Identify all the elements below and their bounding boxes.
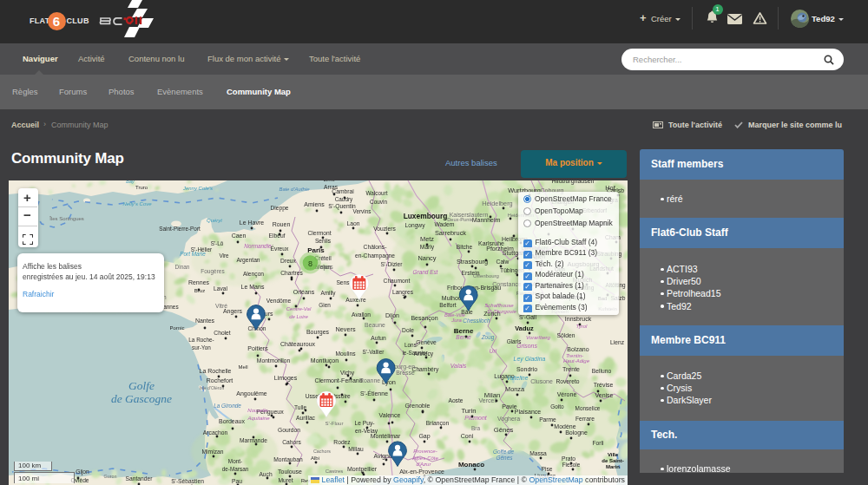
svg-text:Briançon: Briançon <box>426 420 450 427</box>
svg-text:Goito: Goito <box>550 403 564 410</box>
svg-text:Belfort: Belfort <box>439 302 456 308</box>
svg-text:Centre-Val: Centre-Val <box>286 306 312 311</box>
svg-text:Pau: Pau <box>232 478 242 484</box>
svg-text:S'-Thurgovie: S'-Thurgovie <box>487 309 516 314</box>
svg-text:La Roche-: La Roche- <box>188 337 214 343</box>
svg-text:Verceil: Verceil <box>478 397 496 403</box>
svg-text:de Gascogne: de Gascogne <box>111 392 172 405</box>
svg-text:Guron: Guron <box>104 474 117 479</box>
svg-text:Longwy: Longwy <box>404 222 425 229</box>
svg-text:Sölden: Sölden <box>557 332 575 338</box>
svg-text:Bruz: Bruz <box>194 288 205 293</box>
svg-text:Rodez: Rodez <box>333 439 351 445</box>
svg-text:Roanne: Roanne <box>359 377 380 383</box>
svg-text:Valteline: Valteline <box>507 375 529 381</box>
svg-text:Gap: Gap <box>418 433 430 440</box>
svg-text:Mont-: Mont- <box>228 458 242 464</box>
svg-text:Laval: Laval <box>214 285 228 292</box>
svg-text:Gourdon: Gourdon <box>278 427 300 433</box>
svg-text:Orléans: Orléans <box>293 289 315 295</box>
svg-text:S'-Flour: S'-Flour <box>326 421 344 426</box>
svg-text:Besançon: Besançon <box>411 315 437 322</box>
svg-text:Vendôme: Vendôme <box>266 298 292 304</box>
svg-text:Rochefort: Rochefort <box>207 377 233 383</box>
svg-text:Heidelberg: Heidelberg <box>482 200 512 207</box>
svg-text:Schaffhouse: Schaffhouse <box>484 303 514 308</box>
svg-text:Bolzano: Bolzano <box>567 346 589 352</box>
svg-text:Angoulême: Angoulême <box>236 390 267 397</box>
svg-text:Albi: Albi <box>311 456 319 461</box>
svg-text:Mimizan: Mimizan <box>202 449 224 455</box>
svg-text:Autun: Autun <box>371 335 386 341</box>
svg-text:Monaco: Monaco <box>458 461 484 469</box>
svg-text:Dreux: Dreux <box>280 258 296 264</box>
svg-text:Alpes-Côte: Alpes-Côte <box>411 456 438 461</box>
svg-text:Grenoble: Grenoble <box>405 403 431 409</box>
svg-text:S'-Lô: S'-Lô <box>211 240 224 246</box>
svg-text:Dijon: Dijon <box>385 312 399 319</box>
svg-text:Strasbourg: Strasbourg <box>457 258 488 265</box>
svg-text:Trévise: Trévise <box>594 382 614 388</box>
svg-text:Baie d'Authie: Baie d'Authie <box>279 187 310 192</box>
svg-text:Elbeuf: Elbeuf <box>269 233 286 239</box>
svg-text:Forli: Forli <box>592 440 604 446</box>
svg-text:Isle d'Oléron: Isle d'Oléron <box>200 385 225 390</box>
svg-text:Dole: Dole <box>402 327 414 333</box>
svg-text:S'-Vallier: S'-Vallier <box>363 349 385 355</box>
svg-text:Voghera: Voghera <box>497 416 520 423</box>
svg-text:Monza: Monza <box>505 385 525 393</box>
svg-text:Gien: Gien <box>319 302 331 308</box>
svg-text:Vervins: Vervins <box>353 208 372 214</box>
svg-text:Avallon: Avallon <box>352 311 371 318</box>
svg-text:Clermont: Clermont <box>307 230 331 236</box>
svg-text:Îles Sortingues: Îles Sortingues <box>49 216 84 221</box>
svg-text:Plaisance: Plaisance <box>515 409 541 415</box>
svg-text:Valais: Valais <box>450 363 467 369</box>
svg-text:Marin: Marin <box>606 464 620 469</box>
svg-text:Châlons-: Châlons- <box>364 244 387 250</box>
svg-text:Sondrio: Sondrio <box>516 366 537 372</box>
svg-text:Aquitaine: Aquitaine <box>247 416 270 421</box>
svg-text:Jenny Cole's: Jenny Cole's <box>182 186 213 191</box>
svg-text:d'Azur: d'Azur <box>417 462 432 467</box>
svg-text:Belluno: Belluno <box>592 368 612 374</box>
svg-text:Cambrai: Cambrai <box>332 188 354 194</box>
svg-text:Zoug: Zoug <box>481 334 495 341</box>
svg-text:Poitiers: Poitiers <box>247 345 268 351</box>
svg-text:Vaduz: Vaduz <box>515 324 534 332</box>
svg-text:Constance: Constance <box>492 281 522 287</box>
svg-text:Tyrol: Tyrol <box>576 324 589 329</box>
svg-text:Nantes: Nantes <box>195 318 215 324</box>
svg-text:Montauban: Montauban <box>273 456 303 462</box>
svg-text:Saint-Pierre-Port: Saint-Pierre-Port <box>159 226 201 232</box>
svg-text:Chaumont: Chaumont <box>384 278 411 284</box>
svg-text:Hirson: Hirson <box>392 180 406 181</box>
svg-text:Le Puy-: Le Puy- <box>354 420 374 427</box>
svg-text:La Gironde: La Gironde <box>214 403 241 409</box>
svg-text:Argentan: Argentan <box>236 257 260 264</box>
svg-text:Golfe de: Golfe de <box>493 449 515 455</box>
svg-text:de-Marsan: de-Marsan <box>222 466 249 472</box>
svg-text:Bâle: Bâle <box>461 309 473 315</box>
svg-text:Bordeaux: Bordeaux <box>219 418 245 424</box>
svg-text:S'-Quentin: S'-Quentin <box>328 203 356 210</box>
svg-text:Bra: Bra <box>471 425 481 431</box>
svg-text:Lienz: Lienz <box>610 339 625 345</box>
svg-text:Piémont: Piémont <box>464 415 487 421</box>
svg-text:Monselice: Monselice <box>575 405 601 411</box>
svg-text:Venise: Venise <box>595 392 613 398</box>
svg-text:S'-Gall: S'-Gall <box>519 314 536 320</box>
svg-text:Gênes: Gênes <box>496 455 514 461</box>
svg-text:Gijon: Gijon <box>76 469 89 475</box>
svg-text:Auxerre: Auxerre <box>345 297 366 303</box>
svg-text:Moulins: Moulins <box>335 351 356 357</box>
svg-text:Chartres: Chartres <box>280 270 303 276</box>
svg-text:Aix-en-Provence: Aix-en-Provence <box>399 469 444 475</box>
svg-text:Calw: Calw <box>496 259 510 265</box>
svg-text:Toulouse: Toulouse <box>278 469 302 475</box>
svg-text:Metz: Metz <box>420 235 434 243</box>
svg-text:Provence-: Provence- <box>413 449 437 454</box>
svg-text:Wadern: Wadern <box>434 221 454 227</box>
svg-text:Port Marie: Port Marie <box>180 251 206 257</box>
svg-text:sur-Yon: sur-Yon <box>192 344 211 351</box>
